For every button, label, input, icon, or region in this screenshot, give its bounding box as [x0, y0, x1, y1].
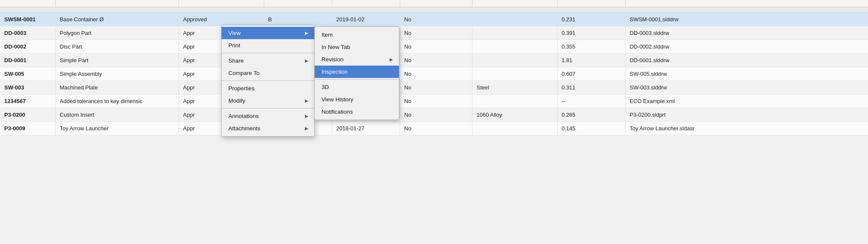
- table-cell: 0.607: [557, 67, 625, 81]
- menu-item-level2-notifications[interactable]: Notifications: [315, 106, 399, 118]
- menu-item-level2-item[interactable]: Item: [315, 29, 399, 41]
- table-row[interactable]: P3-0009Toy Arrow LauncherAppr2018-01-27N…: [0, 122, 868, 135]
- menu-item-label: Item: [322, 32, 333, 38]
- menu-item-level1-attachments[interactable]: Attachments▶: [222, 122, 314, 135]
- menu-divider: [315, 79, 399, 80]
- table-cell: --: [557, 95, 625, 108]
- col-header-material[interactable]: [472, 0, 557, 7]
- table-cell: ECO Example.xml: [625, 95, 868, 108]
- table-cell: [472, 95, 557, 108]
- table-row[interactable]: 1234567Added tolerances to key dimensicA…: [0, 95, 868, 108]
- menu-item-label: 3D: [322, 84, 329, 90]
- col-header-mass[interactable]: [557, 0, 625, 7]
- table-cell: P3-0009: [0, 122, 55, 135]
- table-cell: No: [400, 67, 472, 81]
- group-row-recent-updates: [0, 7, 868, 13]
- table-row[interactable]: SWSM-0001Base Container ØApprovedB2019-0…: [0, 13, 868, 26]
- table-cell: No: [400, 81, 472, 95]
- menu-item-level2-in-new-tab[interactable]: In New Tab: [315, 41, 399, 53]
- submenu-arrow-icon: ▶: [305, 126, 308, 131]
- submenu-arrow-icon: ▶: [390, 57, 393, 62]
- table-cell: No: [400, 26, 472, 40]
- table-cell: Approved: [179, 13, 264, 26]
- table-cell: 0.231: [557, 13, 625, 26]
- menu-item-label: View: [228, 30, 241, 36]
- table-cell: [472, 40, 557, 54]
- table-cell: Polygon Part: [55, 26, 179, 40]
- menu-item-label: Revision: [322, 56, 344, 63]
- table-cell: Simple Part: [55, 54, 179, 67]
- col-header-revdate[interactable]: [332, 0, 400, 7]
- table-cell: No: [400, 40, 472, 54]
- table-cell: [472, 122, 557, 135]
- table-cell: No: [400, 95, 472, 108]
- menu-item-label: Share: [228, 57, 244, 64]
- menu-item-label: Print: [228, 42, 240, 49]
- menu-item-level1-print[interactable]: Print: [222, 39, 314, 52]
- table-cell: P3-0200.sldprt: [625, 108, 868, 122]
- menu-item-label: Properties: [228, 85, 255, 92]
- context-menu-overlay: View▶PrintShare▶Compare ToPropertiesModi…: [221, 25, 315, 137]
- table-body: SWSM-0001Base Container ØApprovedB2019-0…: [0, 13, 868, 135]
- menu-item-level2-3d[interactable]: 3D: [315, 81, 399, 93]
- table-row[interactable]: SW-003Machined PlateApprNoSteel0.311SW-0…: [0, 81, 868, 95]
- table-cell: No: [400, 13, 472, 26]
- table-row[interactable]: DD-0003Polygon PartApprNo0.391DD-0003.sl…: [0, 26, 868, 40]
- table-cell: [472, 54, 557, 67]
- table-cell: SW-005.slddrw: [625, 67, 868, 81]
- menu-item-label: Annotations: [228, 113, 259, 119]
- table-cell: 0.391: [557, 26, 625, 40]
- col-header-description[interactable]: [55, 0, 179, 7]
- table-cell: 2019-01-02: [332, 13, 400, 26]
- table-cell: SWSM-0001: [0, 13, 55, 26]
- group-label: [0, 7, 868, 13]
- table-cell: [472, 13, 557, 26]
- table-cell: 1060 Alloy: [472, 108, 557, 122]
- menu-item-label: In New Tab: [322, 44, 350, 50]
- table-cell: Custom Insert: [55, 108, 179, 122]
- col-header-state[interactable]: [179, 0, 264, 7]
- table-cell: Toy Arrow Launcher: [55, 122, 179, 135]
- table-cell: No: [400, 54, 472, 67]
- menu-divider: [222, 53, 314, 53]
- submenu-arrow-icon: ▶: [305, 98, 308, 103]
- menu-item-level2-inspection[interactable]: Inspection: [315, 66, 399, 78]
- menu-divider: [222, 108, 314, 109]
- table-cell: P3-0200: [0, 108, 55, 122]
- col-header-checkedout[interactable]: [400, 0, 472, 7]
- menu-item-label: Inspection: [322, 69, 348, 75]
- menu-item-level2-view-history[interactable]: View History: [315, 93, 399, 106]
- menu-item-label: Modify: [228, 98, 245, 104]
- menu-item-level1-annotations[interactable]: Annotations▶: [222, 110, 314, 122]
- table-cell: Toy Arrow Launcher.sldasr: [625, 122, 868, 135]
- table-row[interactable]: DD-0002Disc PartApprNo0.355DD-0002.slddr…: [0, 40, 868, 54]
- table-cell: 1234567: [0, 95, 55, 108]
- parts-table: SWSM-0001Base Container ØApprovedB2019-0…: [0, 0, 868, 135]
- menu-item-level2-revision[interactable]: Revision▶: [315, 53, 399, 66]
- menu-item-label: Compare To: [228, 70, 259, 76]
- context-menu-level2: ItemIn New TabRevision▶Inspection3DView …: [314, 26, 399, 120]
- col-header-filename[interactable]: [625, 0, 868, 7]
- table-cell: DD-0002: [0, 40, 55, 54]
- table-cell: [472, 26, 557, 40]
- table-cell: 0.145: [557, 122, 625, 135]
- table-cell: 0.311: [557, 81, 625, 95]
- menu-item-level1-properties[interactable]: Properties: [222, 82, 314, 95]
- col-header-partnumber[interactable]: [0, 0, 55, 7]
- table-row[interactable]: SW-005Simple AssemblyApprNo0.607SW-005.s…: [0, 67, 868, 81]
- menu-item-level1-modify[interactable]: Modify▶: [222, 95, 314, 107]
- col-header-revision[interactable]: [264, 0, 332, 7]
- menu-divider: [222, 80, 314, 81]
- menu-item-level1-compare-to[interactable]: Compare To: [222, 67, 314, 79]
- submenu-arrow-icon: ▶: [305, 58, 308, 63]
- table-cell: SW-003: [0, 81, 55, 95]
- table-cell: 0.355: [557, 40, 625, 54]
- table-cell: 0.265: [557, 108, 625, 122]
- menu-item-level1-view[interactable]: View▶: [222, 27, 314, 39]
- table-row[interactable]: DD-0001Simple PartApprNo1.81DD-0001.sldd…: [0, 54, 868, 67]
- table-cell: Disc Part: [55, 40, 179, 54]
- table-row[interactable]: P3-0200Custom InsertAppr2018-03-20No1060…: [0, 108, 868, 122]
- table-cell: Machined Plate: [55, 81, 179, 95]
- menu-item-level1-share[interactable]: Share▶: [222, 55, 314, 67]
- table-header-row: [0, 0, 868, 7]
